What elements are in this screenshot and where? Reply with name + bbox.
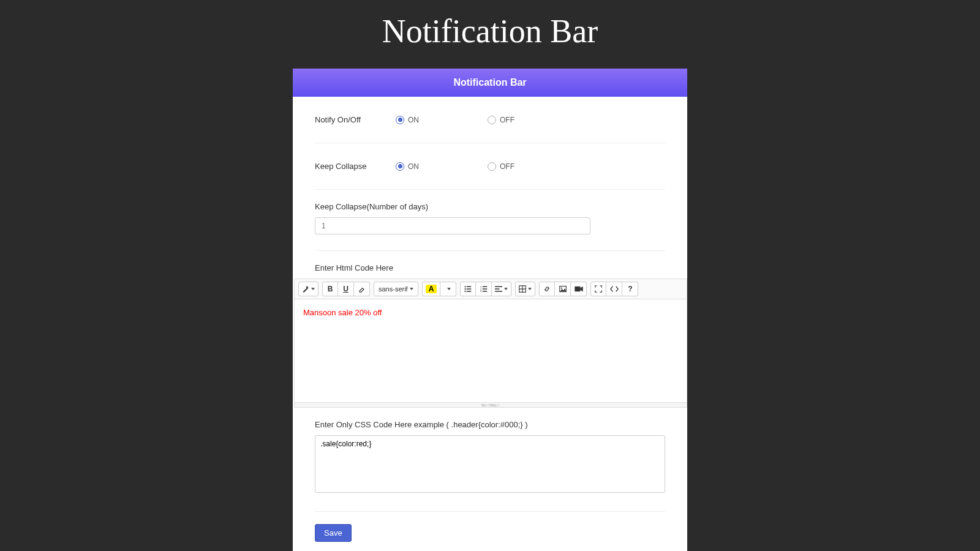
magic-wand-icon [302, 285, 309, 293]
fullscreen-icon [595, 285, 602, 293]
list-ul-icon [464, 285, 472, 293]
style-dropdown-button[interactable] [298, 282, 318, 296]
collapse-label: Keep Collapse [315, 162, 396, 171]
help-button[interactable]: ? [622, 282, 638, 296]
notify-on-label: ON [408, 116, 419, 124]
color-swatch-icon: A [426, 285, 437, 293]
days-section: Keep Collapse(Number of days) [315, 190, 665, 251]
html-section: Enter Html Code Here B U [315, 251, 665, 408]
picture-icon [559, 285, 567, 293]
svg-rect-20 [575, 287, 580, 291]
editor-content-area[interactable]: Mansoon sale 20% off [294, 299, 687, 403]
paragraph-dropdown[interactable] [492, 282, 511, 296]
collapse-off-label: OFF [500, 162, 514, 171]
notify-row: Notify On/Off ON OFF [315, 97, 665, 143]
code-view-button[interactable] [606, 282, 622, 296]
caret-down-icon [311, 288, 315, 290]
picture-button[interactable] [555, 282, 571, 296]
svg-rect-11 [483, 291, 488, 292]
bold-button[interactable]: B [322, 282, 338, 296]
video-icon [575, 286, 583, 292]
video-button[interactable] [571, 282, 587, 296]
editor-text: Mansoon sale 20% off [303, 308, 382, 317]
font-family-value: sans-serif [379, 285, 408, 293]
svg-point-4 [465, 291, 466, 292]
svg-point-19 [560, 287, 562, 288]
page-title: Notification Bar [0, 0, 980, 69]
grip-icon [481, 404, 500, 407]
collapse-row: Keep Collapse ON OFF [315, 143, 665, 190]
css-textarea[interactable] [315, 435, 665, 493]
css-label: Enter Only CSS Code Here example ( .head… [315, 420, 665, 429]
svg-text:3: 3 [480, 290, 481, 293]
font-color-dropdown[interactable] [440, 282, 456, 296]
save-button[interactable]: Save [315, 524, 352, 542]
notify-off-radio[interactable] [488, 116, 496, 124]
font-color-button[interactable]: A [422, 282, 441, 296]
notify-on-radio[interactable] [396, 116, 404, 124]
settings-panel: Notification Bar Notify On/Off ON OFF Ke… [293, 69, 687, 551]
svg-rect-3 [467, 288, 472, 290]
collapse-on-radio[interactable] [396, 162, 404, 171]
days-input[interactable] [315, 217, 590, 234]
clear-format-button[interactable] [354, 282, 370, 296]
eraser-icon [358, 285, 366, 293]
table-icon [519, 285, 526, 293]
svg-rect-7 [483, 287, 488, 288]
svg-rect-9 [483, 288, 488, 290]
html-label: Enter Html Code Here [315, 263, 665, 272]
caret-down-icon [410, 288, 413, 290]
html-editor: B U sans-serif A [294, 279, 687, 408]
table-dropdown[interactable] [515, 282, 535, 296]
svg-rect-14 [495, 291, 502, 292]
svg-point-0 [465, 286, 466, 287]
svg-rect-13 [495, 288, 500, 290]
list-ol-icon: 123 [480, 285, 488, 293]
collapse-off-radio[interactable] [488, 162, 496, 171]
link-button[interactable] [539, 282, 555, 296]
caret-down-icon [504, 288, 508, 290]
days-label: Keep Collapse(Number of days) [315, 202, 665, 211]
fullscreen-button[interactable] [590, 282, 606, 296]
panel-header: Notification Bar [293, 69, 687, 97]
svg-point-2 [465, 288, 466, 290]
svg-rect-1 [467, 287, 472, 288]
editor-resize-handle[interactable] [294, 403, 687, 408]
ordered-list-button[interactable]: 123 [476, 282, 492, 296]
align-icon [495, 285, 502, 293]
notify-off-label: OFF [500, 116, 514, 124]
link-icon [543, 285, 551, 293]
font-family-dropdown[interactable]: sans-serif [374, 282, 418, 296]
caret-down-icon [528, 288, 532, 290]
css-section: Enter Only CSS Code Here example ( .head… [315, 408, 665, 512]
notify-label: Notify On/Off [315, 115, 396, 124]
code-icon [610, 285, 619, 293]
svg-rect-12 [495, 287, 502, 288]
svg-rect-5 [467, 291, 472, 292]
underline-button[interactable]: U [338, 282, 354, 296]
unordered-list-button[interactable] [460, 282, 476, 296]
collapse-on-label: ON [408, 162, 419, 171]
editor-toolbar: B U sans-serif A [294, 279, 687, 299]
caret-down-icon [447, 288, 451, 290]
